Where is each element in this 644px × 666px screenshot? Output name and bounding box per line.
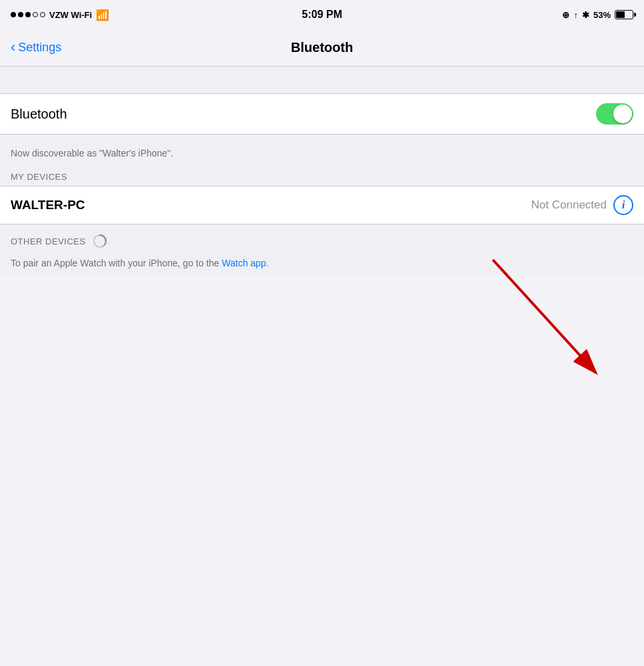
signal-dot-5 [40,12,45,17]
battery-icon [615,10,633,19]
battery-percent-label: 53% [593,10,611,20]
location-icon: ⊕ [562,10,569,20]
bluetooth-label: Bluetooth [11,107,67,122]
spinner-svg [93,234,107,248]
device-status-label: Not Connected [531,198,607,212]
bluetooth-row: Bluetooth [0,94,644,134]
back-label[interactable]: Settings [18,41,61,55]
info-button[interactable]: i [613,195,633,215]
device-name: WALTER-PC [11,198,85,212]
signal-dot-1 [11,12,16,17]
page-title: Bluetooth [291,40,353,55]
device-row-walter-pc[interactable]: WALTER-PC Not Connected i [0,186,644,224]
status-bar: VZW Wi-Fi 📶 5:09 PM ⊕ ↑ ✱ 53% [0,0,644,29]
svg-line-2 [493,260,596,373]
bluetooth-settings-group: Bluetooth [0,93,644,135]
other-devices-header: OTHER DEVICES [11,236,86,246]
signal-dot-2 [18,12,23,17]
signal-dots [11,12,45,17]
signal-dot-3 [25,12,31,17]
signal-dot-4 [33,12,38,17]
bluetooth-status-icon: ✱ [582,10,589,20]
bluetooth-toggle[interactable] [596,103,633,125]
other-header-row: OTHER DEVICES [11,234,633,256]
back-button[interactable]: ‹ Settings [11,41,61,55]
toggle-knob [613,105,632,123]
watch-pair-text: To pair an Apple Watch with your iPhone,… [11,256,633,276]
my-devices-header: MY DEVICES [11,166,633,186]
watch-app-link[interactable]: Watch app. [222,258,268,268]
loading-spinner [93,234,107,248]
nav-bar: ‹ Settings Bluetooth [0,29,644,67]
chevron-left-icon: ‹ [11,40,15,55]
status-left: VZW Wi-Fi 📶 [11,9,109,21]
status-right: ⊕ ↑ ✱ 53% [562,10,633,20]
carrier-label: VZW Wi-Fi [49,10,92,20]
device-status-area: Not Connected i [531,195,633,215]
info-section: Now discoverable as "Walter's iPhone". M… [0,135,644,186]
location-arrow-icon: ↑ [573,10,578,20]
top-spacer [0,67,644,93]
discoverable-text: Now discoverable as "Walter's iPhone". [11,143,633,166]
wifi-icon: 📶 [96,9,109,21]
other-devices-section: OTHER DEVICES To pair an Apple Watch wit… [0,224,644,276]
battery-fill [616,11,625,18]
status-time: 5:09 PM [302,9,342,21]
